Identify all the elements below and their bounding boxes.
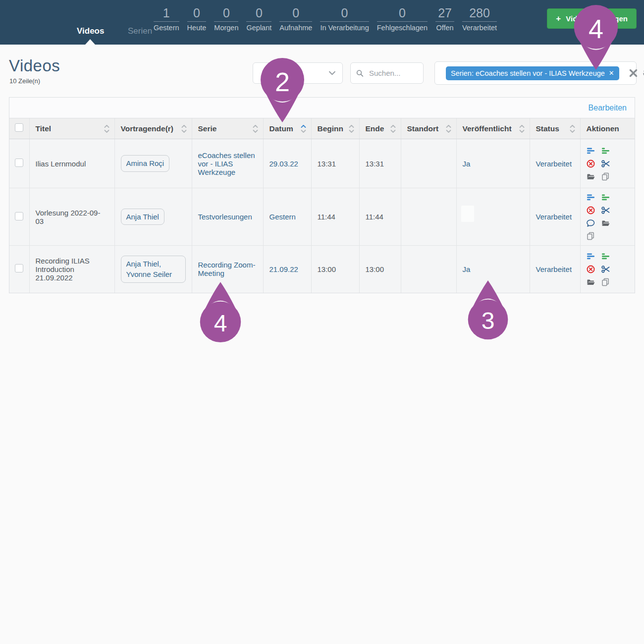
ban-icon[interactable] xyxy=(587,206,595,215)
cell-location xyxy=(401,246,456,293)
filter-bar: Serien: eCoaches stellen vor - ILIAS Wer… xyxy=(434,61,637,85)
cell-end: 13:31 xyxy=(359,139,401,188)
counter-label: Geplant xyxy=(246,24,271,32)
series-link[interactable]: Recording Zoom-Meeting xyxy=(198,261,256,277)
column-label: Titel xyxy=(36,124,52,133)
column-label: Beginn xyxy=(318,124,344,133)
counter-value: 0 xyxy=(187,5,207,22)
sort-icon xyxy=(181,124,187,134)
cell-location xyxy=(401,139,456,188)
copy-icon[interactable] xyxy=(587,232,595,240)
top-navbar: Videos Serien 1 Gestern 0 Heute 0 Morgen… xyxy=(0,0,644,45)
list-green-icon[interactable] xyxy=(601,252,610,261)
search-input[interactable] xyxy=(368,68,418,78)
copy-icon[interactable] xyxy=(601,172,610,181)
cell-date: Gestern xyxy=(263,188,311,246)
counter-geplant[interactable]: 0 Geplant xyxy=(246,5,271,32)
list-green-icon[interactable] xyxy=(601,193,610,202)
clear-filters-button[interactable] xyxy=(629,69,638,77)
tab-videos[interactable]: Videos xyxy=(77,26,104,36)
ban-icon[interactable] xyxy=(587,160,595,168)
row-checkbox[interactable] xyxy=(15,264,23,272)
actions-cell xyxy=(587,252,611,286)
column-label: Status xyxy=(536,124,559,133)
column-header-vortragende[interactable]: Vortragende(r) xyxy=(114,118,192,139)
counter-value: 0 xyxy=(279,5,312,22)
scissors-icon[interactable] xyxy=(601,265,610,273)
counter-label: Morgen xyxy=(214,24,238,32)
list-blue-icon[interactable] xyxy=(587,147,595,155)
counter-label: Gestern xyxy=(154,24,179,32)
status-badge[interactable]: Verarbeitet xyxy=(536,160,572,168)
presenter-chip[interactable]: Anja Thiel xyxy=(121,209,164,225)
table-topbar: Bearbeiten xyxy=(9,98,635,118)
cell-title: Vorlesung 2022-09-03 xyxy=(29,188,114,246)
counter-verarbeitet[interactable]: 280 Verarbeitet xyxy=(462,5,497,32)
counter-aufnahme[interactable]: 0 Aufnahme xyxy=(279,5,312,32)
counter-value: 0 xyxy=(246,5,271,22)
counter-heute[interactable]: 0 Heute xyxy=(187,5,207,32)
tab-serien[interactable]: Serien xyxy=(128,26,152,36)
cell-start: 13:31 xyxy=(311,139,359,188)
column-header-datum[interactable]: Datum xyxy=(263,118,311,139)
column-header-veroeffentlicht[interactable]: Veröffentlicht xyxy=(456,118,530,139)
close-icon xyxy=(629,69,638,77)
folder-open-icon[interactable] xyxy=(587,172,595,181)
counter-gestern[interactable]: 1 Gestern xyxy=(154,5,179,32)
preset-select[interactable] xyxy=(253,62,343,84)
active-tab-indicator xyxy=(85,39,95,45)
list-blue-icon[interactable] xyxy=(587,193,595,202)
column-header-ende[interactable]: Ende xyxy=(359,118,401,139)
scissors-icon[interactable] xyxy=(601,206,610,215)
cell-published: Ja xyxy=(456,246,530,293)
actions-cell xyxy=(587,147,611,181)
presenter-chip[interactable]: Anja Thiel, Yvonne Seiler xyxy=(121,256,186,283)
page-title: Videos xyxy=(9,56,60,75)
series-link[interactable]: Testvorlesungen xyxy=(198,213,252,221)
column-header-titel[interactable]: Titel xyxy=(29,118,114,139)
column-header-standort[interactable]: Standort xyxy=(401,118,456,139)
counter-morgen[interactable]: 0 Morgen xyxy=(214,5,238,32)
folder-open-icon[interactable] xyxy=(601,219,610,227)
status-badge[interactable]: Verarbeitet xyxy=(536,213,572,221)
counter-label: Offen xyxy=(436,24,453,32)
add-video-button-label: Video hinzufügen xyxy=(566,14,628,23)
column-label: Serie xyxy=(198,124,217,133)
videos-table: Bearbeiten Titel Vortragende(r) Serie xyxy=(9,97,635,293)
cell-title: Ilias Lernmodul xyxy=(29,139,114,188)
copy-icon[interactable] xyxy=(601,278,610,286)
counter-value: 0 xyxy=(214,5,238,22)
edit-link[interactable]: Bearbeiten xyxy=(589,104,627,112)
sort-icon xyxy=(446,124,451,134)
column-header-beginn[interactable]: Beginn xyxy=(311,118,359,139)
chat-icon[interactable] xyxy=(587,219,595,227)
chevron-down-icon xyxy=(329,71,335,75)
chip-remove-icon[interactable]: ✕ xyxy=(609,69,614,77)
column-label: Veröffentlicht xyxy=(463,124,512,133)
search-icon xyxy=(356,69,364,77)
folder-open-icon[interactable] xyxy=(587,278,595,286)
row-checkbox[interactable] xyxy=(15,159,23,167)
column-header-status[interactable]: Status xyxy=(530,118,580,139)
sort-icon xyxy=(390,124,396,134)
status-badge[interactable]: Verarbeitet xyxy=(536,265,572,273)
counter-value: 27 xyxy=(435,5,454,22)
list-blue-icon[interactable] xyxy=(587,252,595,261)
scissors-icon[interactable] xyxy=(601,160,610,168)
row-checkbox[interactable] xyxy=(15,212,23,220)
filter-chip-series[interactable]: Serien: eCoaches stellen vor - ILIAS Wer… xyxy=(446,66,619,80)
presenter-chip[interactable]: Amina Roçi xyxy=(121,155,170,172)
counter-in-verarbeitung[interactable]: 0 In Verarbeitung xyxy=(320,5,369,32)
column-header-serie[interactable]: Serie xyxy=(192,118,263,139)
ban-icon[interactable] xyxy=(587,265,595,273)
column-label: Aktionen xyxy=(587,124,619,133)
sort-icon xyxy=(104,124,109,134)
counter-value: 0 xyxy=(377,5,428,22)
series-link[interactable]: eCoaches stellen vor - ILIAS Werkzeuge xyxy=(198,151,255,176)
counter-fehlgeschlagen[interactable]: 0 Fehlgeschlagen xyxy=(377,5,428,32)
highlight-artifact xyxy=(461,206,474,222)
select-all-checkbox[interactable] xyxy=(15,123,23,132)
add-video-button[interactable]: + Video hinzufügen xyxy=(547,8,637,29)
counter-offen[interactable]: 27 Offen xyxy=(435,5,454,32)
list-green-icon[interactable] xyxy=(601,147,610,155)
